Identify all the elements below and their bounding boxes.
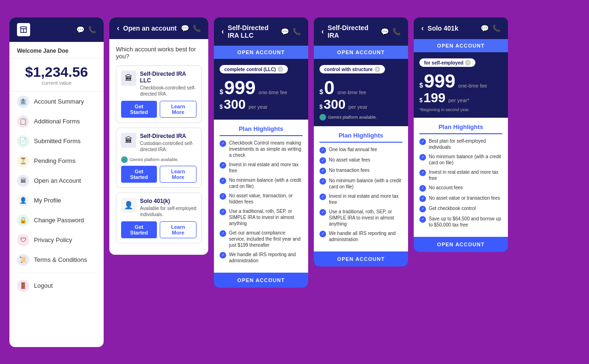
option-desc: Checkbook-controlled self-directed IRA.: [140, 85, 196, 97]
option-buttons: Get Started Learn More: [121, 166, 196, 183]
check-icon: ✓: [419, 185, 426, 192]
year-label: per year*: [448, 97, 469, 103]
balance-section: $1,234.56 current value: [9, 58, 104, 92]
open-account-top-button[interactable]: OPEN ACCOUNT: [314, 46, 408, 59]
phone-icon[interactable]: 📞: [193, 24, 201, 32]
check-icon: ✓: [319, 178, 326, 185]
plan-card-solo401k: ‹ Solo 401k 💬 📞 OPEN ACCOUNT for self-em…: [414, 17, 508, 252]
main-container: 💬 📞 Welcome Jane Doe $1,234.56 current v…: [9, 17, 580, 347]
open-account-bottom-button[interactable]: OPEN ACCOUNT: [414, 237, 508, 252]
open-account-bottom-button[interactable]: OPEN ACCOUNT: [314, 251, 408, 267]
highlight-item: ✓No minimum balance (with a credit card …: [220, 177, 303, 189]
phone-icon[interactable]: 📞: [88, 26, 96, 33]
chat-icon[interactable]: 💬: [381, 28, 389, 35]
plan-tag: control with structure ?: [319, 65, 385, 73]
check-icon: ✓: [220, 230, 226, 237]
get-started-ira-button[interactable]: Get Started: [121, 166, 157, 183]
plan-panel-header: ‹ Solo 401k 💬 📞: [414, 17, 508, 39]
highlight-item: ✓Invest in real estate and more tax free: [319, 193, 402, 205]
nav-menu: 🏦 Account Summary 📋 Additional Forms 📄 S…: [9, 92, 104, 270]
open-account-panel: ‹ Open an account 💬 📞 Which account work…: [109, 17, 208, 255]
privacy-policy-icon: 🛡: [17, 234, 29, 246]
check-icon: ✓: [319, 168, 326, 174]
option-desc: Custodian-controlled self-directed IRA.: [140, 140, 196, 153]
account-option-solo401k: 👤 Solo 401(k) Available for self-employe…: [116, 193, 202, 243]
highlight-item: ✓No asset value or transaction fees: [419, 195, 502, 202]
check-icon: ✓: [220, 252, 226, 259]
back-arrow-icon[interactable]: ‹: [221, 27, 224, 36]
chat-icon[interactable]: 💬: [76, 26, 84, 33]
change-password-icon: 🔒: [17, 214, 29, 226]
sidebar-item-my-profile[interactable]: 👤 My Profile: [9, 191, 104, 210]
plan-title: Self-Directed IRA: [327, 24, 381, 39]
nav-label: Account Summary: [34, 98, 84, 105]
back-arrow-icon[interactable]: ‹: [321, 27, 324, 36]
balance-amount: $1,234.56: [17, 64, 96, 80]
dollar-sign: $: [220, 88, 223, 96]
gemini-row: Gemini platform available.: [319, 114, 402, 121]
learn-more-ira-button[interactable]: Learn More: [160, 166, 196, 183]
learn-more-solo401k-button[interactable]: Learn More: [160, 221, 196, 238]
phone-icon[interactable]: 📞: [293, 28, 301, 35]
open-account-top-button[interactable]: OPEN ACCOUNT: [214, 46, 308, 59]
highlight-item: ✓Use a traditional, roth, SEP, or SIMPLE…: [220, 208, 303, 226]
sidebar-item-pending-forms[interactable]: ⏳ Pending Forms: [9, 151, 104, 171]
sidebar-item-change-password[interactable]: 🔒 Change Password: [9, 210, 104, 230]
sidebar-item-additional-forms[interactable]: 📋 Additional Forms: [9, 112, 104, 131]
check-icon: ✓: [419, 154, 426, 161]
plan-pricing: for self-employed ? $ 999 one-time fee $…: [414, 52, 508, 118]
plan-pricing: control with structure ? $ 0 one-time fe…: [314, 59, 408, 127]
learn-more-ira-llc-button[interactable]: Learn More: [160, 101, 196, 118]
get-started-solo401k-button[interactable]: Get Started: [121, 221, 157, 238]
sidebar-item-account-summary[interactable]: 🏦 Account Summary: [9, 92, 104, 112]
open-account-bottom-button[interactable]: OPEN ACCOUNT: [214, 273, 308, 288]
help-icon[interactable]: ?: [375, 66, 380, 72]
plan-year-price: $ 300 per year: [220, 98, 303, 111]
back-arrow-icon[interactable]: ‹: [421, 24, 424, 32]
chat-icon[interactable]: 💬: [181, 24, 189, 32]
sidebar-item-submitted-forms[interactable]: 📄 Submitted Forms: [9, 131, 104, 151]
help-icon[interactable]: ?: [465, 60, 471, 65]
highlight-item: ✓We handle all IRS reporting and adminis…: [319, 230, 402, 243]
chat-icon[interactable]: 💬: [281, 28, 289, 35]
phone-icon[interactable]: 📞: [492, 24, 500, 32]
check-icon: ✓: [319, 147, 326, 154]
nav-label: Terms & Conditions: [34, 256, 87, 263]
logo-icon: [17, 23, 30, 36]
highlight-item: ✓Get checkbook control: [419, 205, 502, 212]
balance-label: current value: [17, 80, 96, 86]
open-account-top-button[interactable]: OPEN ACCOUNT: [414, 39, 508, 52]
highlight-item: ✓Checkbook Control means making investme…: [220, 140, 303, 158]
gemini-icon: [319, 114, 326, 121]
welcome-section: Welcome Jane Doe: [9, 42, 104, 58]
sidebar-item-terms-conditions[interactable]: 📜 Terms & Conditions: [9, 250, 104, 270]
check-icon: ✓: [220, 209, 226, 215]
plan-year-price: $ 300 per year: [319, 98, 402, 111]
account-option-ira: 🏛 Self-Directed IRA Custodian-controlled…: [116, 128, 202, 188]
logout-icon: 🚪: [17, 280, 29, 292]
highlight-item: ✓No minimum balance (with a credit card …: [319, 178, 402, 190]
sidebar-item-privacy-policy[interactable]: 🛡 Privacy Policy: [9, 230, 104, 250]
fee-label: one-time fee: [337, 89, 366, 95]
year-dollar: $: [220, 104, 223, 110]
back-arrow-icon[interactable]: ‹: [117, 24, 119, 32]
get-started-ira-llc-button[interactable]: Get Started: [121, 101, 157, 118]
solo401k-icon: 👤: [121, 198, 136, 213]
phone-icon[interactable]: 📞: [393, 28, 401, 35]
nav-label: My Profile: [34, 197, 61, 204]
open-account-body: Which account works best for you? 🏛 Self…: [109, 39, 208, 255]
fee-label: one-time fee: [259, 89, 287, 95]
check-icon: ✓: [419, 138, 426, 145]
plan-highlights: Plan Highlights ✓Best plan for self-empl…: [414, 118, 508, 237]
price-amount: 999: [424, 72, 456, 90]
highlight-item: ✓Invest in real estate and more tax free: [419, 169, 502, 181]
check-icon: ✓: [419, 195, 426, 202]
highlight-item: ✓Best plan for self-employed individuals: [419, 138, 502, 150]
highlight-item: ✓Get our annual compliance service, incl…: [220, 230, 303, 248]
sidebar-item-logout[interactable]: 🚪 Logout: [9, 276, 104, 296]
help-icon[interactable]: ?: [278, 66, 283, 72]
open-account-icon: 🏛: [17, 175, 29, 187]
chat-icon[interactable]: 💬: [481, 24, 489, 32]
plan-header-icons: 💬 📞: [281, 28, 301, 35]
sidebar-item-open-account[interactable]: 🏛 Open an Account: [9, 171, 104, 191]
